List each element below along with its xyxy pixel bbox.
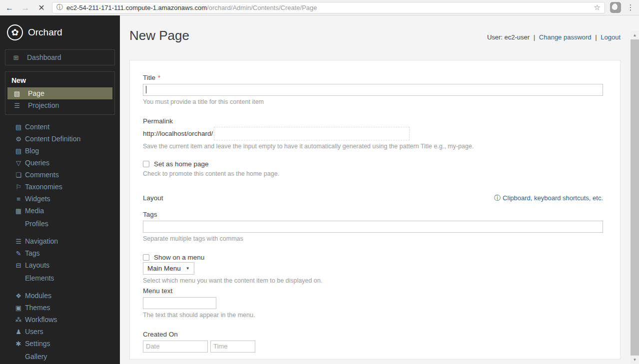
title-input[interactable] <box>143 84 603 96</box>
info-icon: ⓘ <box>494 194 501 202</box>
sidebar-item-label: Tags <box>25 249 40 257</box>
sidebar-item-dashboard[interactable]: ⊞ Dashboard <box>5 49 115 65</box>
back-icon[interactable]: ← <box>4 0 15 15</box>
themes-icon: ▣ <box>14 304 23 312</box>
scrollbar-thumb[interactable] <box>631 39 639 356</box>
sidebar-item-page[interactable]: ▤Page <box>7 87 112 99</box>
sidebar-item-label: Queries <box>25 159 49 167</box>
sidebar-item-workflows[interactable]: ⁂Workflows <box>0 314 120 326</box>
address-bar[interactable]: ⓘ ec2-54-211-171-111.compute-1.amazonaws… <box>52 2 605 13</box>
menu-text-label: Menu text <box>143 287 603 295</box>
created-time-input[interactable] <box>210 341 255 353</box>
tags-icon: ✎ <box>14 250 23 257</box>
tags-label: Tags <box>143 210 603 219</box>
user-label: User: ec2-user <box>487 33 530 41</box>
navigation-icon: ☰ <box>14 238 23 245</box>
sidebar-item-label: Modules <box>25 292 51 300</box>
comments-icon: ❏ <box>14 171 23 179</box>
sidebar-item-label: Projection <box>28 101 59 109</box>
sidebar-item-media[interactable]: ▦Media <box>0 205 120 217</box>
sidebar-item-profiles[interactable]: Profiles <box>0 218 120 230</box>
widgets-icon: ≡ <box>14 195 23 203</box>
created-date-input[interactable] <box>143 341 208 353</box>
forward-icon[interactable]: → <box>20 0 31 15</box>
page-info-icon[interactable]: ⓘ <box>56 3 63 12</box>
sidebar-item-label: Dashboard <box>27 53 61 61</box>
sidebar-item-comments[interactable]: ❏Comments <box>0 169 120 181</box>
change-password-link[interactable]: Change password <box>539 33 592 41</box>
bookmark-star-icon[interactable]: ☆ <box>594 3 601 12</box>
sidebar-item-navigation[interactable]: ☰Navigation <box>0 235 120 247</box>
sidebar-item-widgets[interactable]: ≡Widgets <box>0 193 120 205</box>
edit-form-card: Title* You must provide a title for this… <box>129 60 621 360</box>
permalink-prefix: http://localhost/orchard/ <box>143 130 213 137</box>
sidebar-item-label: Widgets <box>25 195 50 203</box>
sidebar-item-label: Page <box>28 89 44 97</box>
show-on-menu-checkbox[interactable] <box>143 254 149 261</box>
logout-link[interactable]: Logout <box>601 33 621 41</box>
sidebar-item-users[interactable]: ♟Users <box>0 326 120 338</box>
page-icon: ▤ <box>12 90 21 97</box>
sidebar-item-tags[interactable]: ✎Tags <box>0 247 120 259</box>
sidebar-item-projection[interactable]: ☰Projection <box>7 99 112 111</box>
layouts-icon: ⊟ <box>14 262 23 269</box>
title-label: Title* <box>143 73 603 82</box>
permalink-input[interactable] <box>214 127 410 140</box>
scroll-up-icon[interactable]: ▲ <box>631 31 639 39</box>
permalink-hint: Save the current item and leave the inpu… <box>143 143 603 150</box>
sidebar-item-modules[interactable]: ❖Modules <box>0 290 120 302</box>
sidebar-item-label: Content <box>25 123 49 131</box>
sidebar-item-label: Layouts <box>25 261 49 269</box>
browser-menu-icon[interactable]: ⋮ <box>626 3 635 12</box>
brand[interactable]: ✿ Orchard <box>0 15 120 42</box>
sidebar-item-taxonomies[interactable]: ⚐Taxonomies <box>0 181 120 193</box>
main-area: New Page User: ec2-user | Change passwor… <box>120 15 639 364</box>
menu-select-value: Main Menu <box>147 265 181 272</box>
home-page-checkbox[interactable] <box>143 161 149 167</box>
chevron-down-icon: ▼ <box>186 266 190 271</box>
text-caret <box>146 86 146 93</box>
title-hint: You must provide a title for this conten… <box>143 98 603 106</box>
sidebar-item-label: Navigation <box>25 237 58 245</box>
sidebar-item-elements[interactable]: Elements <box>0 272 120 284</box>
sidebar-item-layouts[interactable]: ⊟Layouts <box>0 259 120 271</box>
sidebar-item-content-definition[interactable]: ⚙Content Definition <box>0 133 120 145</box>
new-section: New ▤Page☰Projection <box>5 71 115 115</box>
menu-select[interactable]: Main Menu ▼ <box>143 262 194 275</box>
url-host: ec2-54-211-171-111.compute-1.amazonaws.c… <box>66 4 207 11</box>
modules-icon: ❖ <box>14 292 23 300</box>
sidebar-item-label: Elements <box>25 274 54 282</box>
scroll-down-icon[interactable]: ▼ <box>631 356 639 364</box>
sidebar-menu: ▤Content⚙Content Definition▤Blog▽Queries… <box>0 121 120 363</box>
content-icon: ▤ <box>14 123 23 131</box>
home-page-hint: Check to promote this content as the hom… <box>143 170 603 178</box>
taxonomies-icon: ⚐ <box>14 183 23 191</box>
url-text[interactable]: ec2-54-211-171-111.compute-1.amazonaws.c… <box>66 4 591 11</box>
menu-text-input[interactable] <box>143 297 216 309</box>
tags-input[interactable] <box>143 221 603 233</box>
extension-icon[interactable] <box>610 2 621 13</box>
sidebar-item-queries[interactable]: ▽Queries <box>0 157 120 169</box>
show-on-menu-label: Show on a menu <box>154 254 204 261</box>
clipboard-shortcuts-link[interactable]: ⓘClipboard, keyboard shortcuts, etc. <box>494 194 603 203</box>
sidebar-item-blog[interactable]: ▤Blog <box>0 145 120 157</box>
media-icon: ▦ <box>14 207 23 215</box>
menu-text-hint: The text that should appear in the menu. <box>143 312 603 319</box>
sidebar-item-content[interactable]: ▤Content <box>0 121 120 133</box>
content-definition-icon: ⚙ <box>14 135 23 143</box>
new-section-title: New <box>5 75 114 87</box>
users-icon: ♟ <box>14 328 23 336</box>
page-scrollbar[interactable]: ▲ ▼ <box>631 31 639 364</box>
queries-icon: ▽ <box>14 159 23 167</box>
sidebar-item-label: Settings <box>25 340 50 348</box>
sidebar-item-themes[interactable]: ▣Themes <box>0 302 120 314</box>
permalink-label: Permalink <box>143 117 603 125</box>
stop-icon[interactable]: ✕ <box>36 0 47 15</box>
sidebar-item-gallery[interactable]: Gallery <box>0 351 120 363</box>
sidebar-item-settings[interactable]: ✱Settings <box>0 338 120 350</box>
tags-hint: Separate multiple tags with commas <box>143 235 603 243</box>
sidebar-item-label: Profiles <box>25 220 48 228</box>
workflows-icon: ⁂ <box>14 316 23 324</box>
sidebar-item-label: Workflows <box>25 316 57 324</box>
dashboard-icon: ⊞ <box>11 54 20 61</box>
